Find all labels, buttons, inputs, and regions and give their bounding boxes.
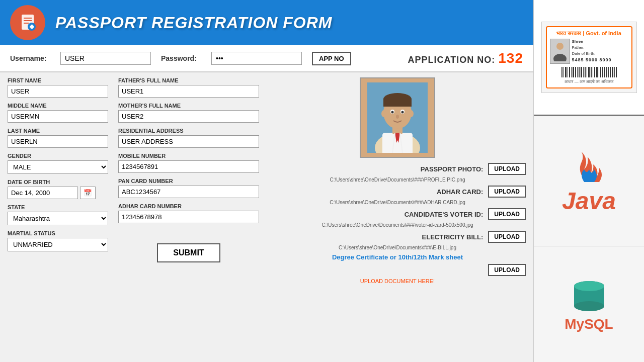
submit-button[interactable]: SUBMIT (157, 243, 220, 262)
svg-rect-54 (616, 67, 617, 77)
mobile-group: MOBILE NUMBER (118, 153, 259, 173)
adhar-card-upload-btn[interactable]: UPLOAD (488, 186, 526, 198)
address-group: RESIDENTIAL ADDRESS (118, 128, 259, 148)
right-sidebar: भारत सरकार | Govt. of India Shree Father… (533, 0, 644, 362)
electricity-upload-row: ELECTRICITY BILL: UPLOAD (269, 231, 526, 243)
svg-point-15 (409, 110, 414, 117)
svg-rect-34 (577, 67, 578, 77)
svg-rect-36 (581, 67, 582, 77)
svg-rect-39 (587, 67, 587, 77)
username-input[interactable] (60, 52, 151, 65)
state-group: STATE Maharashtra (8, 204, 108, 225)
svg-rect-2 (24, 20, 32, 21)
gender-group: GENDER MALE FEMALE (8, 153, 108, 174)
app-no-button[interactable]: APP NO (312, 52, 351, 65)
electricity-path: C:\Users\shree\OneDrive\Documents\###\E-… (269, 245, 526, 250)
adhar-upload-row: ADHAR CARD: UPLOAD (269, 186, 526, 198)
header-title: PASSPORT REGISTRATION FORM (55, 14, 332, 32)
last-name-input[interactable] (8, 135, 108, 148)
svg-rect-37 (583, 67, 584, 77)
upload-doc-label: UPLOAD DOCUMENT HERE! (269, 278, 526, 284)
mother-name-label: MOTHER'S FULL NAME (118, 103, 259, 109)
address-label: RESIDENTIAL ADDRESS (118, 128, 259, 134)
svg-rect-40 (588, 67, 590, 77)
svg-point-58 (574, 281, 604, 291)
pan-label: PAN CARD NUMBER (118, 178, 259, 184)
father-name-input[interactable] (118, 85, 259, 98)
marital-group: MARTIAL STATUS UNMARRIED MARRIED (8, 230, 108, 251)
gender-select[interactable]: MALE FEMALE (8, 160, 108, 174)
middle-name-group: MIDDLE NAME (8, 103, 108, 123)
degree-upload-btn[interactable]: UPLOAD (488, 264, 526, 276)
svg-rect-49 (606, 67, 607, 77)
svg-rect-45 (599, 67, 599, 77)
mysql-db-icon (569, 276, 609, 316)
header-icon (10, 5, 45, 40)
svg-point-14 (381, 110, 386, 117)
svg-rect-27 (564, 67, 564, 77)
dob-input[interactable] (8, 187, 78, 199)
svg-rect-50 (608, 67, 609, 77)
svg-rect-26 (561, 67, 562, 77)
dob-group: DATE OF BIRTH 📅 (8, 179, 108, 199)
adhar-card-path: C:\Users\shree\OneDrive\Documents\###\AD… (269, 200, 526, 205)
last-name-group: LAST NAME (8, 128, 108, 148)
username-label: Username: (10, 54, 50, 62)
svg-point-20 (396, 115, 399, 119)
first-name-label: FIRST NAME (8, 77, 108, 83)
electricity-upload-btn[interactable]: UPLOAD (488, 231, 526, 243)
mobile-label: MOBILE NUMBER (118, 153, 259, 159)
svg-rect-35 (579, 67, 580, 77)
password-input[interactable] (211, 52, 302, 65)
mother-name-input[interactable] (118, 110, 259, 123)
left-column: FIRST NAME MIDDLE NAME LAST NAME GENDER … (8, 77, 108, 284)
java-flame-icon (572, 147, 607, 187)
passport-photo-upload-btn[interactable]: UPLOAD (488, 163, 526, 175)
marital-select[interactable]: UNMARRIED MARRIED (8, 238, 108, 251)
pan-group: PAN CARD NUMBER (118, 178, 259, 198)
voter-id-upload-btn[interactable]: UPLOAD (488, 208, 526, 220)
mysql-text-label: MySQL (565, 316, 613, 332)
svg-rect-30 (569, 67, 570, 77)
calendar-button[interactable]: 📅 (80, 187, 96, 199)
form-area: FIRST NAME MIDDLE NAME LAST NAME GENDER … (0, 72, 533, 289)
java-text-label: Java (562, 187, 616, 215)
svg-point-25 (553, 54, 567, 61)
adhar-input[interactable] (118, 211, 259, 223)
mobile-input[interactable] (118, 160, 259, 173)
first-name-input[interactable] (8, 85, 108, 98)
address-input[interactable] (118, 135, 259, 148)
java-logo-section: Java (534, 116, 644, 246)
voter-upload-row: CANDIDATE'S VOTER ID: UPLOAD (269, 208, 526, 220)
gender-label: GENDER (8, 153, 108, 159)
middle-column: FATHER'S FULL NAME MOTHER'S FULL NAME RE… (118, 77, 259, 284)
mother-name-group: MOTHER'S FULL NAME (118, 103, 259, 123)
svg-rect-31 (571, 67, 572, 77)
degree-upload-row: UPLOAD (269, 264, 526, 276)
upload-section: PASSPORT PHOTO: UPLOAD C:\Users\shree\On… (269, 163, 526, 284)
adhar-label: ADHAR CARD NUMBER (118, 203, 259, 209)
passport-upload-row: PASSPORT PHOTO: UPLOAD (269, 163, 526, 175)
last-name-label: LAST NAME (8, 128, 108, 134)
father-name-group: FATHER'S FULL NAME (118, 77, 259, 98)
degree-label: Degree Certificate or 10th/12th Mark she… (269, 253, 526, 261)
svg-rect-53 (614, 67, 615, 77)
middle-name-input[interactable] (8, 110, 108, 123)
svg-rect-48 (604, 67, 605, 77)
first-name-group: FIRST NAME (8, 77, 108, 98)
svg-point-18 (391, 111, 394, 114)
electricity-label: ELECTRICITY BILL: (269, 233, 488, 241)
svg-point-57 (574, 301, 604, 311)
voter-id-path: C:\Users\shree\OneDrive\Documents\###\vo… (269, 222, 526, 228)
passport-photo-path: C:\Users\shree\OneDrive\Documents\###\PR… (269, 177, 526, 183)
svg-rect-47 (602, 67, 603, 77)
passport-photo-box (360, 77, 435, 158)
pan-input[interactable] (118, 186, 259, 198)
password-label: Password: (161, 54, 201, 62)
state-select[interactable]: Maharashtra (8, 212, 108, 225)
svg-point-24 (556, 43, 564, 50)
svg-rect-3 (24, 23, 29, 24)
svg-rect-51 (610, 67, 611, 77)
svg-rect-1 (24, 18, 32, 19)
middle-name-label: MIDDLE NAME (8, 103, 108, 109)
